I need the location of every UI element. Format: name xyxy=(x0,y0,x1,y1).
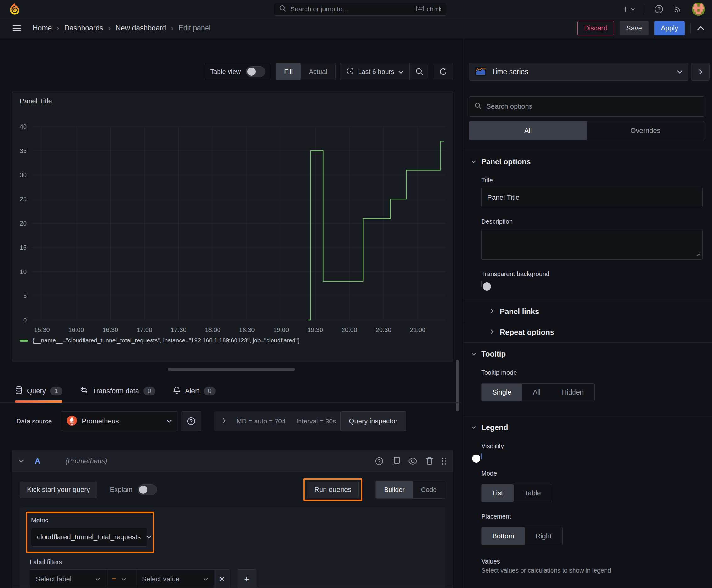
table-view-toggle[interactable] xyxy=(246,66,265,77)
tab-alert[interactable]: Alert 0 xyxy=(173,379,216,403)
delete-query-icon[interactable] xyxy=(426,457,433,465)
panel-title-input[interactable] xyxy=(481,188,703,207)
hide-query-icon[interactable] xyxy=(408,458,417,465)
refresh-button[interactable] xyxy=(434,63,453,80)
svg-text:30: 30 xyxy=(20,171,27,178)
legend-series-swatch[interactable] xyxy=(20,339,28,342)
interval-stat: Interval = 30s xyxy=(296,417,336,425)
table-view-control: Table view xyxy=(204,63,271,80)
tooltip-header[interactable]: Tooltip xyxy=(471,350,705,358)
options-pane: Time series Search options All Overrides xyxy=(463,38,712,588)
tab-transform-data[interactable]: Transform data 0 xyxy=(80,379,156,403)
legend-mode-list[interactable]: List xyxy=(481,484,514,502)
chevron-down-icon[interactable] xyxy=(19,458,24,464)
label-filters-label: Label filters xyxy=(30,559,439,566)
help-icon[interactable] xyxy=(654,4,664,14)
label-filters-row: Select label = Select value ✕ + xyxy=(30,569,439,588)
run-queries-button[interactable]: Run queries xyxy=(307,482,359,498)
resize-grip-icon[interactable] xyxy=(696,252,700,257)
legend-series-label[interactable]: {__name__="cloudflared_tunnel_total_requ… xyxy=(33,337,300,344)
actual-option[interactable]: Actual xyxy=(301,63,335,80)
kick-start-query-button[interactable]: Kick start your query xyxy=(20,482,97,498)
legend-values-label: Values xyxy=(481,558,705,565)
explain-toggle[interactable] xyxy=(137,484,157,495)
tooltip-mode-all[interactable]: All xyxy=(522,383,551,401)
query-datasource-hint: (Prometheus) xyxy=(65,457,107,465)
datasource-picker[interactable]: Prometheus xyxy=(61,412,178,431)
section-repeat-options[interactable]: Repeat options xyxy=(463,322,712,342)
breadcrumb-home[interactable]: Home xyxy=(33,24,52,33)
zoom-out-time-button[interactable] xyxy=(409,63,429,80)
discard-button[interactable]: Discard xyxy=(577,21,614,36)
fill-option[interactable]: Fill xyxy=(276,63,301,80)
transform-icon xyxy=(80,386,88,396)
section-legend: Legend Visibility Mode List Table Placem… xyxy=(463,416,712,582)
chevron-right-icon xyxy=(222,417,226,425)
query-inspector-button[interactable]: Query inspector xyxy=(340,412,406,431)
max-datapoints-stat: MD = auto = 704 xyxy=(236,417,285,425)
time-range-picker[interactable]: Last 6 hours xyxy=(340,67,409,77)
description-textarea[interactable] xyxy=(481,229,703,260)
duplicate-query-icon[interactable] xyxy=(392,457,400,465)
legend-mode-segmented: List Table xyxy=(481,484,552,502)
options-search-placeholder: Search options xyxy=(486,102,533,110)
datasource-help-button[interactable] xyxy=(181,412,201,431)
toggle-viz-suggestions-button[interactable] xyxy=(691,63,710,81)
operator-dropdown[interactable]: = xyxy=(106,570,136,588)
legend-visibility-toggle[interactable] xyxy=(481,453,482,459)
time-range-controls: Last 6 hours xyxy=(340,63,429,80)
chevron-down-icon xyxy=(677,69,683,75)
save-button[interactable]: Save xyxy=(620,21,649,36)
explain-label: Explain xyxy=(110,486,132,494)
legend-mode-table[interactable]: Table xyxy=(514,484,552,502)
global-search-input[interactable]: Search or jump to... ctrl+k xyxy=(274,2,447,16)
time-series-viz-icon xyxy=(475,67,486,77)
select-label-dropdown[interactable]: Select label xyxy=(30,570,106,588)
clock-icon xyxy=(346,67,354,77)
section-panel-links[interactable]: Panel links xyxy=(463,301,712,322)
legend-header[interactable]: Legend xyxy=(471,423,705,432)
legend-visibility-label: Visibility xyxy=(481,443,705,450)
database-icon xyxy=(15,386,23,396)
breadcrumb-dashboards[interactable]: Dashboards xyxy=(64,24,103,33)
transparent-background-toggle[interactable] xyxy=(481,281,482,287)
query-options-summary[interactable]: MD = auto = 704 Interval = 30s xyxy=(214,412,343,431)
tab-query[interactable]: Query 1 xyxy=(15,379,63,403)
query-help-icon[interactable] xyxy=(375,457,384,465)
breadcrumb-separator: › xyxy=(55,24,61,33)
apply-button[interactable]: Apply xyxy=(654,21,685,36)
grafana-logo-icon[interactable] xyxy=(8,3,21,15)
select-value-dropdown[interactable]: Select value xyxy=(136,570,214,588)
tooltip-mode-single[interactable]: Single xyxy=(481,383,522,401)
drag-handle-icon[interactable] xyxy=(441,457,447,465)
options-search-input[interactable]: Search options xyxy=(469,97,705,117)
code-option[interactable]: Code xyxy=(413,481,445,499)
options-sections: Panel options Title Description Transpar… xyxy=(463,150,712,582)
query-row-header[interactable]: A (Prometheus) xyxy=(12,450,453,472)
legend-placement-label: Placement xyxy=(481,513,705,520)
breadcrumb-new-dashboard[interactable]: New dashboard xyxy=(115,24,166,33)
legend-placement-right[interactable]: Right xyxy=(525,527,562,545)
panel-resize-handle[interactable] xyxy=(168,368,295,371)
panel-options-header[interactable]: Panel options xyxy=(471,158,705,166)
chevron-down-icon xyxy=(146,534,151,540)
legend-values-hint: Select values or calculations to show in… xyxy=(481,567,705,574)
breadcrumb-edit-panel: Edit panel xyxy=(178,24,210,33)
add-filter-button[interactable]: + xyxy=(237,569,257,588)
metric-select[interactable]: cloudflared_tunnel_total_requests xyxy=(31,528,147,547)
collapse-header-icon[interactable] xyxy=(696,25,705,31)
builder-option[interactable]: Builder xyxy=(376,481,412,499)
legend-placement-bottom[interactable]: Bottom xyxy=(481,527,525,545)
remove-filter-button[interactable]: ✕ xyxy=(214,570,230,588)
tab-all[interactable]: All xyxy=(469,121,587,140)
add-new-button[interactable] xyxy=(623,5,635,13)
svg-text:18:30: 18:30 xyxy=(239,327,255,333)
tab-overrides[interactable]: Overrides xyxy=(587,121,704,140)
user-avatar[interactable] xyxy=(692,2,705,16)
visualization-picker[interactable]: Time series xyxy=(469,63,688,81)
menu-icon[interactable] xyxy=(12,24,21,32)
tooltip-mode-hidden[interactable]: Hidden xyxy=(551,383,595,401)
news-feed-icon[interactable] xyxy=(673,4,683,14)
grafana-edit-panel-page: Search or jump to... ctrl+k xyxy=(0,0,712,588)
breadcrumb-bar: Home › Dashboards › New dashboard › Edit… xyxy=(0,18,712,38)
